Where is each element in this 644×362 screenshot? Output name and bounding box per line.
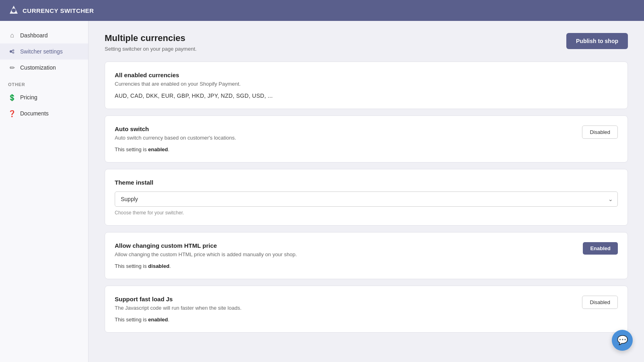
auto-switch-desc: Auto switch currency based on customer's… xyxy=(115,135,582,141)
pen-icon: ✏ xyxy=(8,64,16,72)
svg-point-1 xyxy=(12,8,16,12)
auto-switch-button[interactable]: Disabled xyxy=(582,125,618,139)
theme-hint: Choose theme for your switcher. xyxy=(115,210,618,216)
chat-button[interactable]: 💬 xyxy=(612,330,633,351)
allow-custom-html-row: Allow changing custom HTML price Allow c… xyxy=(115,242,618,269)
card-all-currencies: All enabled currencies Currencies that a… xyxy=(105,62,628,109)
support-fast-load-status: This setting is enabled. xyxy=(115,317,582,323)
page-header: Multiple currencies Setting switcher on … xyxy=(105,33,628,52)
page-subtitle: Setting switcher on your page payment. xyxy=(105,46,196,52)
sidebar-item-documents[interactable]: ❓ Documents xyxy=(0,105,88,121)
sidebar-label-dashboard: Dashboard xyxy=(20,32,48,39)
auto-switch-content: Auto switch Auto switch currency based o… xyxy=(115,125,582,152)
allow-custom-html-status-value: disabled xyxy=(148,263,169,269)
theme-select-wrap: Supply Dawn Debut Minimal Brooklyn ⌄ xyxy=(115,191,618,207)
svg-point-4 xyxy=(12,52,14,54)
card-support-fast-load: Support fast load Js The Javascript code… xyxy=(105,286,628,333)
support-fast-load-status-suffix: . xyxy=(168,317,169,323)
allow-custom-html-status-prefix: This setting is xyxy=(115,263,148,269)
auto-switch-row: Auto switch Auto switch currency based o… xyxy=(115,125,618,152)
main-content: Multiple currencies Setting switcher on … xyxy=(89,21,644,362)
support-fast-load-title: Support fast load Js xyxy=(115,296,582,302)
auto-switch-status: This setting is enabled. xyxy=(115,146,582,152)
allow-custom-html-title: Allow changing custom HTML price xyxy=(115,242,583,249)
support-fast-load-content: Support fast load Js The Javascript code… xyxy=(115,296,582,323)
sidebar: ⌂ Dashboard Switcher settings ✏ Customiz… xyxy=(0,21,89,362)
support-fast-load-desc: The Javascript code will run faster when… xyxy=(115,305,582,311)
auto-switch-status-suffix: . xyxy=(168,146,169,152)
support-fast-load-status-value: enabled xyxy=(148,317,168,323)
allow-custom-html-status: This setting is disabled. xyxy=(115,263,583,269)
all-currencies-desc: Currencies that are enabled on your Shop… xyxy=(115,81,618,87)
allow-custom-html-content: Allow changing custom HTML price Allow c… xyxy=(115,242,583,269)
allow-custom-html-button[interactable]: Enabled xyxy=(583,242,618,255)
sidebar-label-customization: Customization xyxy=(20,64,56,71)
currencies-list: AUD, CAD, DKK, EUR, GBP, HKD, JPY, NZD, … xyxy=(115,93,618,99)
allow-custom-html-desc: Allow changing the custom HTML price whi… xyxy=(115,251,583,257)
svg-point-2 xyxy=(10,50,12,53)
sidebar-item-customization[interactable]: ✏ Customization xyxy=(0,60,88,76)
logo-icon xyxy=(8,5,19,16)
theme-select[interactable]: Supply Dawn Debut Minimal Brooklyn xyxy=(115,191,618,207)
house-icon: ⌂ xyxy=(8,31,16,39)
publish-button[interactable]: Publish to shop xyxy=(566,33,628,49)
svg-point-3 xyxy=(12,49,14,51)
sidebar-item-dashboard[interactable]: ⌂ Dashboard xyxy=(0,27,88,43)
layout: ⌂ Dashboard Switcher settings ✏ Customiz… xyxy=(0,21,644,362)
card-theme-install: Theme install Supply Dawn Debut Minimal … xyxy=(105,169,628,226)
sidebar-other-label: OTHER xyxy=(0,76,88,89)
all-currencies-title: All enabled currencies xyxy=(115,72,618,78)
auto-switch-title: Auto switch xyxy=(115,125,582,132)
page-header-text: Multiple currencies Setting switcher on … xyxy=(105,33,196,52)
app-logo: CURRENCY SWITCHER xyxy=(8,5,94,16)
theme-install-title: Theme install xyxy=(115,179,618,186)
page-title: Multiple currencies xyxy=(105,33,196,43)
app-name: CURRENCY SWITCHER xyxy=(23,7,94,14)
card-auto-switch: Auto switch Auto switch currency based o… xyxy=(105,115,628,162)
sidebar-label-documents: Documents xyxy=(20,110,49,117)
svg-line-5 xyxy=(12,50,13,51)
card-allow-custom-html: Allow changing custom HTML price Allow c… xyxy=(105,232,628,279)
sidebar-item-switcher-settings[interactable]: Switcher settings xyxy=(0,43,88,60)
chat-icon: 💬 xyxy=(617,335,628,346)
auto-switch-status-prefix: This setting is xyxy=(115,146,148,152)
svg-line-6 xyxy=(12,52,13,53)
support-fast-load-button[interactable]: Disabled xyxy=(582,296,618,309)
sidebar-label-pricing: Pricing xyxy=(20,94,37,101)
sidebar-item-pricing[interactable]: 💲 Pricing xyxy=(0,89,88,105)
sidebar-label-switcher-settings: Switcher settings xyxy=(20,48,63,55)
auto-switch-status-value: enabled xyxy=(148,146,168,152)
support-fast-load-status-prefix: This setting is xyxy=(115,317,148,323)
support-fast-load-row: Support fast load Js The Javascript code… xyxy=(115,296,618,323)
allow-custom-html-status-suffix: . xyxy=(169,263,171,269)
question-icon: ❓ xyxy=(8,109,16,117)
topbar: CURRENCY SWITCHER xyxy=(0,0,644,21)
dollar-icon: 💲 xyxy=(8,93,16,101)
switcher-icon xyxy=(8,47,16,56)
